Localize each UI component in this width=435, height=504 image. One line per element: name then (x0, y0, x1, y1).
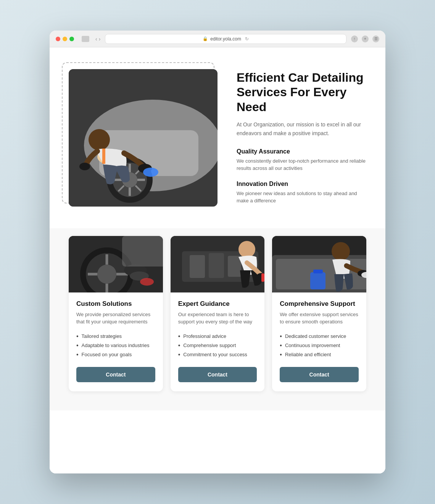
card-2-title: Expert Guidance (178, 300, 257, 308)
refresh-icon[interactable]: ↻ (245, 36, 249, 42)
card-expert-guidance: Expert Guidance Our experienced team is … (171, 236, 265, 391)
browser-chrome: ‹ › 🔒 editor.yola.com ↻ ↑ + ☰ (50, 31, 385, 47)
svg-point-23 (97, 265, 116, 284)
svg-point-17 (143, 168, 158, 177)
card-2-desc: Our experienced team is here to support … (178, 311, 257, 326)
svg-rect-39 (261, 273, 264, 282)
card-1-image (69, 236, 163, 292)
card-2-list: Professional advice Comprehensive suppor… (178, 332, 257, 359)
card-1-list-item-3: Focused on your goals (76, 350, 155, 359)
forward-arrow[interactable]: › (99, 36, 101, 42)
hero-text: Efficient Car Detailing Services For Eve… (237, 63, 366, 213)
svg-rect-36 (228, 256, 241, 277)
nav-arrows: ‹ › (95, 36, 100, 42)
card-custom-solutions: Custom Solutions We provide personalized… (69, 236, 163, 391)
card-2-image (171, 236, 265, 292)
svg-rect-35 (209, 253, 224, 278)
hero-image (69, 69, 218, 207)
card-1-list-item-1: Tailored strategies (76, 332, 155, 341)
card-3-list-item-1: Dedicated customer service (280, 332, 359, 341)
card-3-contact-button[interactable]: Contact (280, 367, 359, 382)
hero-subtitle: At Our Organization, our mission is to e… (237, 120, 366, 137)
maximize-button[interactable] (69, 37, 74, 41)
card-3-title: Comprehensive Support (280, 300, 359, 308)
share-button[interactable]: ↑ (351, 36, 358, 42)
svg-rect-19 (102, 149, 105, 164)
card-2-body: Expert Guidance Our experienced team is … (171, 292, 265, 391)
svg-rect-46 (310, 272, 325, 289)
svg-rect-30 (122, 236, 163, 267)
svg-point-18 (79, 163, 90, 170)
hero-section: Efficient Car Detailing Services For Eve… (50, 47, 385, 228)
card-2-list-item-2: Comprehensive support (178, 341, 257, 350)
feature-quality-desc: We consistently deliver top-notch perfor… (237, 157, 366, 172)
lock-icon: 🔒 (203, 36, 208, 41)
sidebar-button[interactable]: ☰ (372, 36, 379, 42)
back-arrow[interactable]: ‹ (95, 36, 97, 42)
traffic-lights (56, 37, 74, 41)
card-1-contact-button[interactable]: Contact (76, 367, 155, 382)
card-2-list-item-3: Commitment to your success (178, 350, 257, 359)
browser-actions: ↑ + ☰ (351, 36, 379, 42)
url-text: editor.yola.com (210, 36, 241, 42)
card-3-list-item-2: Continuous improvement (280, 341, 359, 350)
card-2-list-item-1: Professional advice (178, 332, 257, 341)
hero-title: Efficient Car Detailing Services For Eve… (237, 70, 366, 114)
card-1-desc: We provide personalized services that fi… (76, 311, 155, 326)
card-3-image (272, 236, 366, 292)
card-1-title: Custom Solutions (76, 300, 155, 308)
close-button[interactable] (56, 37, 60, 41)
svg-point-37 (238, 241, 255, 258)
page-content: Efficient Car Detailing Services For Eve… (50, 47, 385, 473)
hero-image-container (69, 69, 218, 207)
feature-innovation: Innovation Driven We pioneer new ideas a… (237, 181, 366, 205)
card-3-body: Comprehensive Support We offer extensive… (272, 292, 366, 391)
cards-section: Custom Solutions We provide personalized… (50, 228, 385, 410)
card-1-list-item-2: Adaptable to various industries (76, 341, 155, 350)
card-comprehensive-support: Comprehensive Support We offer extensive… (272, 236, 366, 391)
feature-quality-title: Quality Assurance (237, 148, 366, 155)
feature-innovation-title: Innovation Driven (237, 181, 366, 187)
svg-point-43 (332, 242, 350, 260)
svg-rect-47 (313, 270, 323, 273)
svg-rect-34 (190, 255, 205, 278)
feature-quality: Quality Assurance We consistently delive… (237, 148, 366, 172)
feature-innovation-desc: We pioneer new ideas and solutions to st… (237, 190, 366, 205)
tab-icon (82, 36, 89, 42)
card-3-desc: We offer extensive support services to e… (280, 311, 359, 326)
svg-point-15 (89, 129, 110, 150)
cards-grid: Custom Solutions We provide personalized… (69, 236, 366, 391)
add-tab-button[interactable]: + (362, 36, 369, 42)
card-2-contact-button[interactable]: Contact (178, 367, 257, 382)
card-3-list-item-3: Reliable and efficient (280, 350, 359, 359)
card-1-body: Custom Solutions We provide personalized… (69, 292, 163, 391)
card-3-list: Dedicated customer service Continuous im… (280, 332, 359, 359)
address-bar[interactable]: 🔒 editor.yola.com ↻ (105, 34, 346, 44)
minimize-button[interactable] (63, 37, 67, 41)
card-1-list: Tailored strategies Adaptable to various… (76, 332, 155, 359)
browser-window: ‹ › 🔒 editor.yola.com ↻ ↑ + ☰ (50, 31, 385, 473)
svg-point-31 (140, 278, 154, 286)
